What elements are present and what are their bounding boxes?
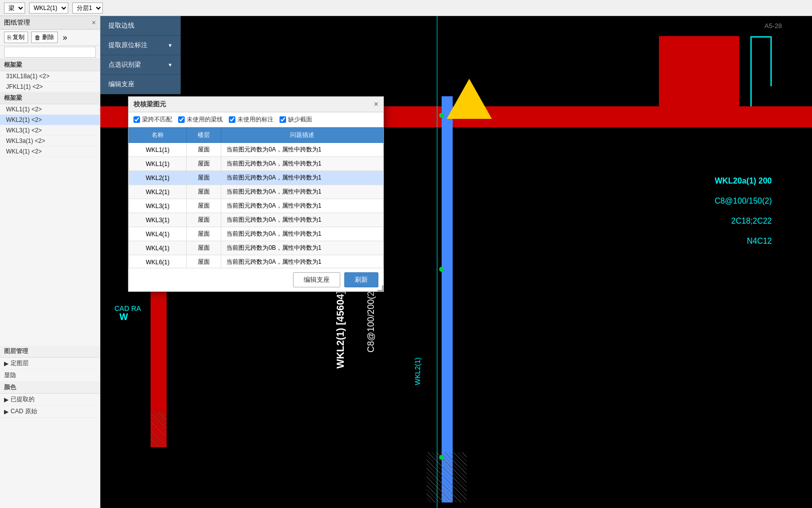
refresh-modal-btn[interactable]: 刷新 (344, 272, 378, 287)
col-floor: 楼层 (187, 128, 221, 143)
edit-support-modal-btn[interactable]: 编辑支座 (293, 272, 340, 287)
right-cyan-beam-h (752, 36, 772, 38)
cell-floor: 屋面 (187, 255, 221, 268)
extract-edge-btn[interactable]: 提取边线 (100, 16, 181, 36)
cell-desc: 当前图元跨数为0A，属性中跨数为1 (221, 157, 383, 171)
color-header: 颜色 (0, 382, 100, 394)
cell-floor: 屋面 (187, 199, 221, 213)
beam-id-select[interactable]: WKL2(1) (29, 3, 68, 14)
filter-mismatch-checkbox[interactable] (133, 116, 140, 123)
filter-unused-annotation-checkbox[interactable] (229, 116, 235, 123)
filter-missing-section: 缺少截面 (280, 115, 312, 124)
modal-table: 名称 楼层 问题描述 WKL1(1) 屋面 当前图元跨数为0A，属性中跨数为1 … (128, 127, 383, 268)
filter-unused-line-checkbox[interactable] (178, 116, 185, 123)
modal-table-wrapper[interactable]: 名称 楼层 问题描述 WKL1(1) 屋面 当前图元跨数为0A，属性中跨数为1 … (128, 127, 383, 268)
table-row[interactable]: WKL2(1) 屋面 当前图元跨数为0A，属性中跨数为1 (129, 185, 383, 199)
right-beam-label1: WKL20a(1) 200 (715, 177, 772, 186)
panel-close-icon[interactable]: × (92, 19, 96, 27)
cell-floor: 屋面 (187, 213, 221, 227)
cell-name: WKL6(1) (129, 255, 187, 268)
cell-desc: 当前图元跨数为0A，属性中跨数为1 (221, 171, 383, 185)
panel-item-wkl3[interactable]: WKL3(1) <2> (0, 125, 100, 136)
cell-name: WKL1(1) (129, 157, 187, 171)
right-cyan-beam2 (770, 36, 772, 86)
cell-desc: 当前图元跨数为0A，属性中跨数为1 (221, 185, 383, 199)
modal-resize-handle[interactable] (377, 285, 383, 291)
cell-name: WKL2(1) (129, 185, 187, 199)
select-identify-btn[interactable]: 点选识别梁 ▼ (100, 55, 181, 75)
layer-show-item[interactable]: 显隐 (0, 370, 100, 382)
panel-item-wkl2[interactable]: WKL2(1) <2> (0, 115, 100, 125)
expand-icon2: ▶ (4, 396, 9, 403)
cell-desc: 当前图元跨数为0A，属性中跨数为1 (221, 199, 383, 213)
cell-floor: 屋面 (187, 185, 221, 199)
layer-select[interactable]: 分层1 (72, 3, 103, 14)
table-row[interactable]: WKL3(1) 屋面 当前图元跨数为0A，属性中跨数为1 (129, 199, 383, 213)
modal-close-button[interactable]: × (374, 100, 378, 108)
section-header-2: 框架梁 (0, 92, 100, 104)
modal-title: 校核梁图元 (133, 100, 166, 109)
table-row[interactable]: WKL6(1) 屋面 当前图元跨数为0A，属性中跨数为1 (129, 255, 383, 268)
table-row[interactable]: WKL1(1) 屋面 当前图元跨数为0A，属性中跨数为1 (129, 143, 383, 157)
modal-header: 校核梁图元 × (128, 97, 383, 112)
panel-header: 图纸管理 × (0, 16, 100, 30)
filter-unused-annotation: 未使用的标注 (229, 115, 274, 124)
red-block-right (659, 36, 739, 126)
hatch-left (151, 412, 167, 447)
right-beam-label4: N4C12 (747, 237, 772, 246)
delete-button[interactable]: 🗑 删除 (31, 32, 58, 43)
panel-item-31kl[interactable]: 31KL18a(1) <2> (0, 71, 100, 82)
table-row[interactable]: WKL3(1) 屋面 当前图元跨数为0A，属性中跨数为1 (129, 213, 383, 227)
cyan-vertical-line (437, 16, 438, 508)
cell-floor: 屋面 (187, 171, 221, 185)
extract-annotation-btn[interactable]: 提取原位标注 ▼ (100, 36, 181, 55)
cell-name: WKL4(1) (129, 227, 187, 241)
filter-unused-line-label: 未使用的梁线 (187, 115, 223, 124)
table-row[interactable]: WKL1(1) 屋面 当前图元跨数为0A，属性中跨数为1 (129, 157, 383, 171)
edit-support-btn[interactable]: 编辑支座 (100, 75, 181, 94)
cell-name: WKL4(1) (129, 241, 187, 255)
cell-desc: 当前图元跨数为0A，属性中跨数为1 (221, 255, 383, 268)
search-input[interactable] (4, 47, 96, 58)
panel-item-wkl4[interactable]: WKL4(1) <2> (0, 146, 100, 157)
right-beam-label2: C8@100/150(2) (715, 197, 772, 206)
more-icon[interactable]: » (63, 33, 67, 42)
beam-type-select[interactable]: 梁 (4, 3, 25, 14)
panel-item-wkl3a[interactable]: WKL3a(1) <2> (0, 136, 100, 146)
modal-filters: 梁跨不匹配 未使用的梁线 未使用的标注 缺少截面 (128, 112, 383, 127)
arrow-icon1: ▼ (168, 43, 173, 48)
filter-unused-line: 未使用的梁线 (178, 115, 223, 124)
cell-desc: 当前图元跨数为0A，属性中跨数为1 (221, 213, 383, 227)
color-extracted-item[interactable]: ▶ 已提取的 (0, 394, 100, 406)
green-dot-bottom (439, 455, 444, 460)
expand-icon: ▶ (4, 360, 9, 367)
top-toolbar: 梁 WKL2(1) 分层1 (0, 0, 812, 16)
table-header-row: 名称 楼层 问题描述 (129, 128, 383, 143)
table-row[interactable]: WKL2(1) 屋面 当前图元跨数为0A，属性中跨数为1 (129, 171, 383, 185)
filter-mismatch-label: 梁跨不匹配 (142, 115, 172, 124)
cad-wkl2-label: WKL2(1) (414, 358, 422, 385)
green-dot-mid (439, 267, 444, 272)
layer-set-item[interactable]: ▶ 定图层 (0, 358, 100, 370)
col-name: 名称 (129, 128, 187, 143)
color-cad-item[interactable]: ▶ CAD 原始 (0, 406, 100, 418)
cell-desc: 当前图元跨数为0B，属性中跨数为1 (221, 241, 383, 255)
copy-button[interactable]: ⎘ 复制 (4, 32, 28, 43)
left-panel: 图纸管理 × ⎘ 复制 🗑 删除 » 框架梁 31KL18a(1) <2> JF… (0, 16, 100, 508)
corner-label-a5-28: A5-28 (764, 22, 782, 30)
filter-missing-section-checkbox[interactable] (280, 116, 286, 123)
blue-vertical-beam (442, 96, 453, 502)
modal-dialog: 校核梁图元 × 梁跨不匹配 未使用的梁线 未使用的标注 缺少截面 (128, 96, 384, 292)
table-row[interactable]: WKL4(1) 屋面 当前图元跨数为0B，属性中跨数为1 (129, 241, 383, 255)
copy-icon: ⎘ (8, 34, 11, 41)
cell-floor: 屋面 (187, 241, 221, 255)
panel-item-jfkl[interactable]: JFKL1(1) <2> (0, 82, 100, 92)
panel-item-wkl1[interactable]: WKL1(1) <2> (0, 104, 100, 115)
cell-floor: 屋面 (187, 157, 221, 171)
panel-actions: ⎘ 复制 🗑 删除 » (0, 30, 100, 46)
panel-search (0, 46, 100, 59)
table-row[interactable]: WKL4(1) 屋面 当前图元跨数为0A，属性中跨数为1 (129, 227, 383, 241)
cell-name: WKL3(1) (129, 199, 187, 213)
green-dot-top (439, 113, 444, 118)
cell-floor: 屋面 (187, 143, 221, 157)
